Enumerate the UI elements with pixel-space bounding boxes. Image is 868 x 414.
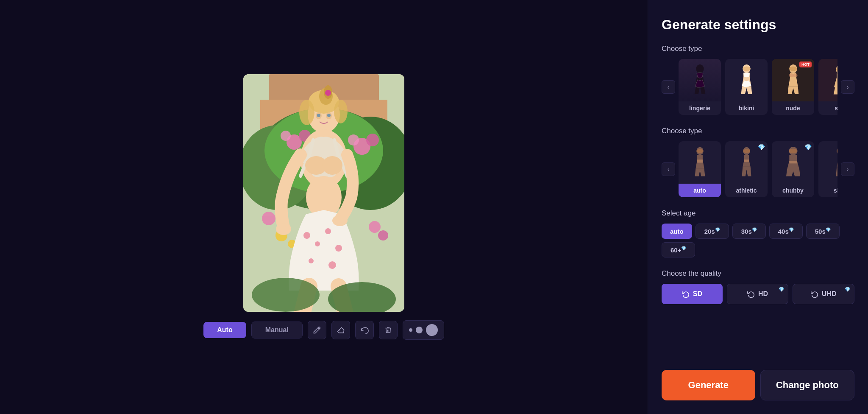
brush-size-selector[interactable] [403,320,444,340]
svg-point-42 [252,278,320,312]
delete-tool[interactable] [379,321,398,339]
type-section-2-label: Choose type [662,127,854,135]
svg-point-9 [281,131,291,141]
brush-size-small[interactable] [409,328,412,332]
svg-point-39 [276,223,291,235]
photo-canvas [243,74,404,312]
type2-next-arrow[interactable]: › [841,162,854,176]
type-card-athletic-image: 💎 [725,141,768,184]
type-card-nude[interactable]: HOT nude [772,59,814,115]
age-section: Select age auto 20s💎 30s💎 40s💎 50s💎 60+💎 [662,209,854,257]
age-auto-btn[interactable]: auto [662,224,692,239]
svg-point-61 [743,149,750,153]
type-card-chubby[interactable]: 💎 chubby [772,141,814,197]
athletic-premium-icon: 💎 [758,144,765,151]
action-row: Generate Change photo [662,370,854,400]
age-40s-btn[interactable]: 40s💎 [769,224,803,239]
svg-point-40 [332,215,348,226]
type2-cards: auto 💎 athletic [679,141,837,197]
brush-size-large[interactable] [426,324,438,336]
svg-point-26 [317,114,320,117]
age-40s-premium-icon: 💎 [789,227,794,232]
type-card-chubby-image: 💎 [772,141,814,184]
svg-point-14 [369,221,381,233]
type-card-sex[interactable]: 💎 sex [818,59,837,115]
type-card-slim-image: 💎 [818,141,837,184]
age-section-label: Select age [662,209,854,218]
svg-point-33 [303,232,310,239]
brush-tool[interactable] [308,321,326,339]
type-card-auto-label: auto [679,184,721,197]
svg-point-12 [348,134,359,145]
type-card-lingerie-image [679,59,721,101]
type-card-auto[interactable]: auto [679,141,721,197]
change-photo-button[interactable]: Change photo [760,370,855,400]
auto-tab[interactable]: Auto [203,322,246,338]
age-50s-premium-icon: 💎 [826,227,831,232]
toolbar: Auto Manual [203,320,444,340]
type-card-athletic[interactable]: 💎 athletic [725,141,768,197]
quality-section-label: Choose the quality [662,269,854,278]
age-30s-btn[interactable]: 30s💎 [732,224,766,239]
age-50s-btn[interactable]: 50s💎 [806,224,840,239]
eraser-tool[interactable] [331,321,350,339]
type-card-lingerie[interactable]: lingerie [679,59,721,115]
type-section-2: Choose type ‹ auto [662,127,854,197]
type-section-1-label: Choose type [662,45,854,53]
type-card-slim[interactable]: 💎 slim [818,141,837,197]
svg-point-44 [696,64,704,73]
settings-title: Generate settings [662,17,854,33]
svg-point-31 [322,156,342,175]
age-20s-premium-icon: 💎 [715,227,720,232]
age-20s-btn[interactable]: 20s💎 [696,224,729,239]
svg-point-35 [325,228,331,234]
svg-point-15 [378,230,388,241]
type-card-sex-image: 💎 [818,59,837,101]
svg-point-36 [335,245,342,252]
brush-size-medium[interactable] [416,327,423,333]
type1-next-arrow[interactable]: › [841,80,854,94]
svg-point-47 [743,66,750,71]
quality-uhd-btn[interactable]: UHD 💎 [793,284,854,304]
svg-point-37 [309,258,314,263]
age-60plus-premium-icon: 💎 [681,246,686,251]
main-area: Auto Manual [0,0,648,414]
settings-panel: Generate settings Choose type ‹ [648,0,868,414]
photo-display [243,74,404,312]
hd-premium-icon: 💎 [779,287,785,292]
quality-sd-btn[interactable]: SD [662,284,723,304]
svg-point-50 [789,66,797,71]
svg-point-27 [327,114,331,117]
quality-options: SD HD 💎 UHD 💎 [662,284,854,304]
svg-point-11 [366,134,379,146]
type-card-chubby-label: chubby [772,184,814,197]
svg-point-22 [334,100,348,123]
type2-prev-arrow[interactable]: ‹ [662,162,675,176]
svg-point-13 [262,212,275,225]
generate-button[interactable]: Generate [662,370,755,400]
svg-point-34 [315,241,320,246]
svg-point-64 [789,148,797,153]
type-card-lingerie-label: lingerie [679,101,721,115]
svg-point-38 [328,261,336,269]
age-30s-premium-icon: 💎 [752,227,757,232]
type-card-slim-label: slim [818,184,837,197]
uhd-premium-icon: 💎 [845,287,851,292]
svg-point-58 [696,149,704,153]
age-options: auto 20s💎 30s💎 40s💎 50s💎 60+💎 [662,224,854,257]
svg-point-53 [793,73,797,77]
manual-tab[interactable]: Manual [251,322,303,338]
type-card-bikini-label: bikini [725,101,768,115]
chubby-premium-icon: 💎 [804,144,812,151]
quality-section: Choose the quality SD HD 💎 UHD 💎 [662,269,854,304]
quality-hd-btn[interactable]: HD 💎 [727,284,789,304]
undo-tool[interactable] [355,321,374,339]
age-60plus-btn[interactable]: 60+💎 [662,242,695,257]
type1-cards: lingerie [679,59,837,115]
type-card-sex-label: sex [818,101,837,115]
type-card-bikini[interactable]: bikini [725,59,768,115]
svg-point-41 [325,90,331,96]
type1-prev-arrow[interactable]: ‹ [662,80,675,94]
nude-badge: HOT [799,62,812,67]
type-card-nude-image: HOT [772,59,814,101]
